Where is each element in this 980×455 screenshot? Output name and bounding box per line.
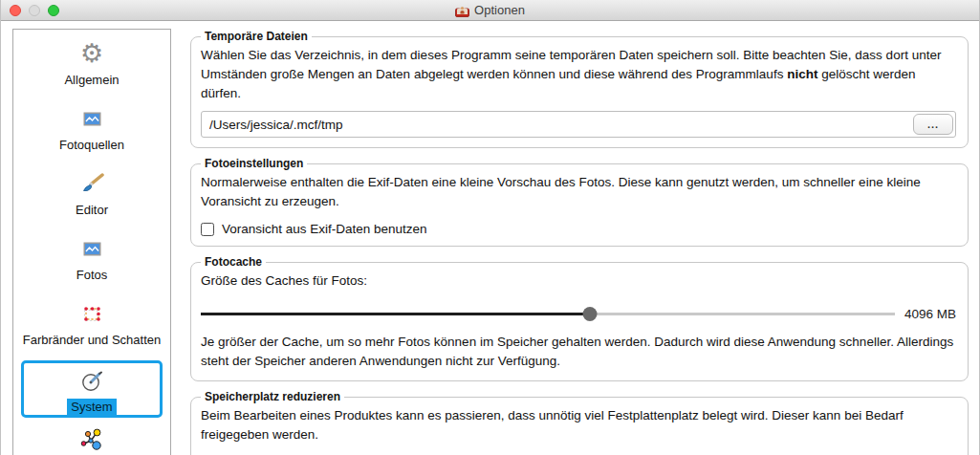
group-photo-cache: Fotocache Größe des Caches für Fotos: 40… xyxy=(190,255,969,381)
sidebar-item-label: Fotoquellen xyxy=(55,137,128,153)
gear-icon: ⚙ xyxy=(80,38,103,69)
exif-preview-checkbox[interactable] xyxy=(201,223,214,236)
exif-preview-option[interactable]: Voransicht aus Exif-Daten benutzen xyxy=(201,222,956,236)
sidebar-item-next[interactable] xyxy=(13,418,170,455)
close-button[interactable] xyxy=(10,5,21,16)
cache-size-label: Größe des Caches für Fotos: xyxy=(201,271,956,291)
molecule-icon xyxy=(79,424,104,455)
group-title: Fotoeinstellungen xyxy=(201,157,307,170)
picture-icon xyxy=(83,103,101,134)
cache-size-slider[interactable] xyxy=(201,306,895,321)
sidebar-item-label: System xyxy=(67,399,116,415)
paintbrush-icon xyxy=(79,168,104,199)
sidebar: ⚙ Allgemein Fotoquellen xyxy=(12,29,171,455)
reduce-space-description: Beim Bearbeiten eines Produktes kann es … xyxy=(201,406,956,444)
app-icon xyxy=(455,4,469,17)
minimize-button[interactable] xyxy=(29,5,40,16)
group-title: Speicherplatz reduzieren xyxy=(201,390,344,403)
window-title: Optionen xyxy=(474,3,525,17)
sidebar-item-label: Editor xyxy=(72,202,112,218)
photo-settings-description: Normalerweise enthalten die Exif-Daten e… xyxy=(201,173,956,211)
picture-icon xyxy=(83,233,101,264)
sidebar-item-label: Farbränder und Schatten xyxy=(19,332,165,348)
group-photo-settings: Fotoeinstellungen Normalerweise enthalte… xyxy=(190,157,969,247)
sidebar-item-system[interactable]: System xyxy=(21,360,163,418)
sidebar-item-editor[interactable]: Editor xyxy=(13,162,170,227)
cache-size-value: 4096 MB xyxy=(904,307,956,321)
group-title: Fotocache xyxy=(201,255,266,269)
sidebar-item-allgemein[interactable]: ⚙ Allgemein xyxy=(13,32,170,97)
group-reduce-disk-space: Speicherplatz reduzieren Beim Bearbeiten… xyxy=(190,390,969,455)
settings-panel: Temporäre Dateien Wählen Sie das Verzeic… xyxy=(190,21,969,455)
slider-fill xyxy=(201,313,590,315)
checkbox-label: Voransicht aus Exif-Daten benutzen xyxy=(222,222,427,236)
sidebar-item-fotoquellen[interactable]: Fotoquellen xyxy=(13,97,170,162)
temp-path-input[interactable] xyxy=(201,111,956,138)
zoom-button[interactable] xyxy=(48,5,59,16)
temporary-files-description: Wählen Sie das Verzeichnis, in dem diese… xyxy=(201,46,956,103)
selection-frame-icon xyxy=(81,298,102,329)
browse-button[interactable]: ... xyxy=(913,114,953,135)
titlebar: Optionen xyxy=(1,0,979,21)
slider-rest xyxy=(590,313,895,315)
slider-thumb[interactable] xyxy=(582,307,597,321)
cache-description: Je größer der Cache, um so mehr Fotos kö… xyxy=(201,333,956,371)
group-temporary-files: Temporäre Dateien Wählen Sie das Verzeic… xyxy=(190,30,969,148)
sidebar-item-fotos[interactable]: Fotos xyxy=(13,227,170,292)
sidebar-item-label: Fotos xyxy=(73,267,112,283)
options-window: Optionen ⚙ Allgemein Fotoquellen xyxy=(0,0,980,455)
group-title: Temporäre Dateien xyxy=(201,30,312,43)
gauge-icon xyxy=(80,366,103,396)
sidebar-item-label: Allgemein xyxy=(60,72,122,88)
sidebar-item-farbraender[interactable]: Farbränder und Schatten xyxy=(13,292,170,357)
